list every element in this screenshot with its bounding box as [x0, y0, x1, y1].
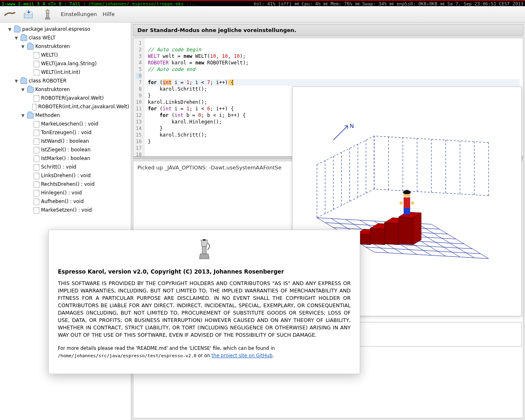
tree-item[interactable]: Aufheben() : void	[41, 197, 84, 206]
tree-methoden[interactable]: Methoden	[35, 111, 60, 120]
folder-icon	[27, 44, 34, 50]
tree-class-welt[interactable]: class WELT	[29, 34, 55, 42]
run-icon[interactable]	[4, 9, 16, 20]
svg-rect-62	[202, 247, 206, 254]
tree-item[interactable]: ROBOTER(int,int,char,javakarol.Welt)	[38, 103, 129, 111]
about-dialog[interactable]: Espresso Karol, version v2.0, Copyright …	[48, 230, 360, 374]
class-icon	[21, 78, 27, 84]
menu-help[interactable]: Hilfe	[103, 11, 115, 17]
svg-rect-57	[404, 208, 410, 215]
about-license-text: THIS SOFTWARE IS PROVIDED BY THE COPYRIG…	[58, 280, 351, 339]
folder-icon	[27, 87, 34, 93]
class-icon	[21, 35, 27, 41]
svg-rect-3	[46, 14, 49, 18]
file-icon	[34, 190, 39, 196]
file-icon	[34, 61, 39, 67]
tree-item[interactable]: ROBOTER(javakarol.Welt)	[41, 94, 104, 103]
tree-item[interactable]: WELT()	[41, 51, 58, 59]
file-icon	[34, 155, 39, 162]
svg-marker-54	[399, 217, 413, 245]
tree-item[interactable]: MarkeLoeschen() : void	[41, 120, 98, 128]
tree-item[interactable]: RechtsDrehen() : void	[41, 180, 95, 189]
workspace-list: 1-www 2-mail 3 4 <7> 9 : Tall :	[2, 1, 89, 7]
page-title: Der Standard-Modus ohne jegliche voreins…	[133, 24, 523, 36]
file-icon	[34, 95, 39, 102]
menu-settings[interactable]: Einstellungen	[61, 11, 97, 17]
github-link[interactable]: the project site on GitHub	[212, 353, 272, 358]
file-icon	[34, 207, 39, 214]
svg-marker-2	[46, 10, 49, 14]
file-icon	[34, 181, 39, 188]
svg-point-5	[47, 9, 48, 11]
file-icon	[34, 69, 39, 76]
tree-item[interactable]: WELT(int,int,int)	[41, 68, 80, 77]
espresso-icon[interactable]	[42, 9, 53, 20]
tree-item[interactable]: IstZiegel() : boolean	[41, 146, 91, 154]
about-title: Espresso Karol, version v2.0, Copyright …	[58, 268, 351, 275]
tree-konstruktoren[interactable]: Konstruktoren	[35, 85, 70, 94]
tree-item[interactable]: LinksDrehen() : void	[41, 171, 91, 180]
svg-rect-64	[203, 239, 205, 241]
window-title-path: /home/johannes/.espresso/treppe.eks -...	[89, 1, 197, 7]
package-icon	[14, 27, 21, 32]
svg-rect-56	[404, 197, 410, 208]
tree-item[interactable]: WELT(java.lang.String)	[41, 59, 97, 68]
file-icon	[34, 138, 39, 145]
svg-line-40	[431, 224, 489, 259]
svg-marker-48	[370, 228, 384, 245]
desktop-status-bar: 1-www 2-mail 3 4 <7> 9 : Tall : /home/jo…	[0, 0, 525, 6]
svg-point-59	[399, 201, 403, 205]
line-gutter: 123456789101112131415161718192021	[133, 38, 144, 156]
compass-north-label: N	[350, 123, 354, 129]
svg-line-6	[333, 126, 348, 140]
file-icon	[34, 121, 39, 128]
tree-item[interactable]: Schritt() : void	[41, 163, 76, 171]
file-icon	[34, 164, 39, 171]
open-icon[interactable]	[23, 9, 34, 20]
karol-robot-icon	[399, 190, 414, 215]
tree-class-roboter[interactable]: class ROBOTER	[29, 77, 66, 85]
svg-marker-51	[384, 223, 399, 245]
tree-item[interactable]: IstWand() : boolean	[41, 137, 89, 146]
console-line: Picked up _JAVA_OPTIONS: -Dawt.useSystem…	[137, 164, 281, 171]
tree-item[interactable]: MarkeSetzen() : void	[41, 206, 92, 215]
file-icon	[32, 104, 37, 110]
svg-marker-4	[45, 18, 50, 19]
tree-item[interactable]: TonErzeugen() : void	[41, 128, 91, 137]
about-more: For more details please read the 'README…	[58, 345, 351, 360]
svg-marker-63	[199, 254, 209, 259]
file-icon	[34, 147, 39, 153]
tree-package[interactable]: package javakarol.espresso	[22, 25, 90, 34]
file-icon	[34, 52, 39, 59]
svg-marker-61	[201, 240, 208, 247]
file-icon	[34, 130, 39, 136]
svg-line-39	[417, 224, 474, 258]
espresso-logo-icon	[58, 238, 351, 262]
app-toolbar: Einstellungen Hilfe	[0, 6, 525, 23]
tree-konstruktoren[interactable]: Konstruktoren	[35, 42, 70, 51]
svg-point-60	[411, 201, 414, 205]
svg-marker-55	[413, 213, 421, 245]
tree-item[interactable]: IstMarke() : boolean	[41, 154, 90, 163]
system-stats: Vol: 41% [off] ⋈ Cpu: 4% ⋈ Mem: 76% ⋈ Sw…	[253, 1, 523, 6]
file-icon	[34, 173, 39, 179]
tree-item[interactable]: Hinlegen() : void	[41, 189, 82, 197]
file-icon	[34, 199, 39, 205]
folder-icon	[27, 113, 34, 119]
